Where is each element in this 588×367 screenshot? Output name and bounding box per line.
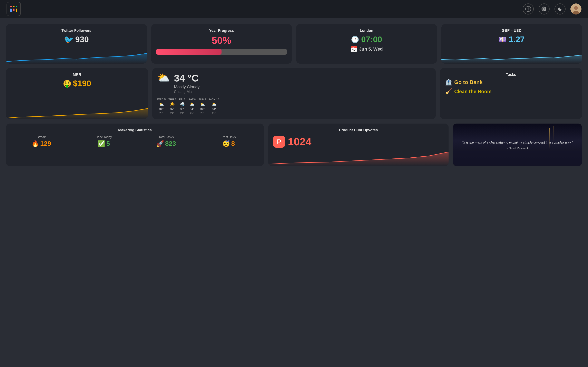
ph-icon: P xyxy=(273,136,285,148)
mrr-title: MRR xyxy=(11,73,143,77)
weather-city: Chiang Mai xyxy=(174,90,200,94)
forecast-day-item: SUN 9 ⛅ 34° 25° xyxy=(199,98,206,115)
stat-done-label: Done Today xyxy=(95,135,112,139)
dark-mode-button[interactable] xyxy=(554,3,566,15)
forecast-icon: ⛅ xyxy=(200,102,205,107)
forecast-icon: ⛅ xyxy=(190,102,195,107)
gbp-usd-title: GBP – USD xyxy=(446,29,577,33)
weather-temp-value: 34 °C xyxy=(174,73,199,84)
forecast-high: 34° xyxy=(200,108,205,111)
stat-rest-value: 😴 8 xyxy=(222,140,235,147)
stat-done: Done Today ✅ 5 xyxy=(73,135,134,147)
add-button[interactable] xyxy=(523,3,534,15)
year-percent: 50% xyxy=(156,35,287,46)
forecast-icon: ☀️ xyxy=(170,102,175,107)
forecast-low: 25° xyxy=(159,111,164,115)
stat-streak: Streak 🔥 129 xyxy=(11,135,71,147)
gbp-icon: 💷 xyxy=(499,36,507,43)
forecast-day-item: FRI 7 🌧️ 30° 21° xyxy=(179,98,186,115)
rocket-icon: 🚀 xyxy=(156,140,164,147)
year-progress-card: Year Progress 50% xyxy=(151,24,292,64)
broom-icon: 🧹 xyxy=(445,88,452,95)
main-content: Twitter Followers 🐦 930 xyxy=(0,18,588,176)
london-date-value: Jun 5, Wed xyxy=(359,47,383,52)
twitter-sparkline xyxy=(6,49,147,64)
row-3: Makerlog Statistics Streak 🔥 129 Done To… xyxy=(6,124,582,166)
forecast-label: FRI 7 xyxy=(179,98,186,101)
quote-text: "It is the mark of a charalatan to expla… xyxy=(458,140,577,145)
forecast-day-item: THU 6 ☀️ 37° 24° xyxy=(168,98,176,115)
makerlog-card: Makerlog Statistics Streak 🔥 129 Done To… xyxy=(6,124,264,166)
weather-temp: 34 °C xyxy=(174,73,200,84)
header-actions xyxy=(523,3,581,15)
logo[interactable] xyxy=(7,2,21,16)
row-1: Twitter Followers 🐦 930 xyxy=(6,24,582,64)
stat-streak-value: 🔥 129 xyxy=(31,140,51,147)
clock-icon: 🕐 xyxy=(351,36,359,43)
stat-streak-label: Streak xyxy=(37,135,45,139)
mrr-value: 🤑 $190 xyxy=(11,79,143,88)
forecast-high: 34° xyxy=(212,108,216,111)
svg-point-10 xyxy=(574,6,578,10)
svg-marker-14 xyxy=(6,108,148,119)
forecast-high: 30° xyxy=(180,108,184,111)
stat-total-value: 🚀 823 xyxy=(156,140,176,147)
forecast-low: 25° xyxy=(190,111,194,115)
weather-main-icon: ⛅ xyxy=(157,73,170,83)
mrr-card: MRR 🤑 $190 xyxy=(6,68,148,119)
forecast-label: WED 5 xyxy=(157,98,165,101)
weather-info: 34 °C Mostly Cloudy Chiang Mai xyxy=(174,73,200,94)
gbp-usd-card: GBP – USD 💷 1.27 xyxy=(441,24,582,64)
london-card: London 🕐 07:00 📅 Jun 5, Wed xyxy=(296,24,437,64)
svg-rect-1 xyxy=(13,6,15,7)
row-2: MRR 🤑 $190 xyxy=(6,68,582,119)
header xyxy=(0,0,588,18)
twitter-card: Twitter Followers 🐦 930 xyxy=(6,24,147,64)
settings-button[interactable] xyxy=(539,3,550,15)
forecast-high: 37° xyxy=(170,108,174,111)
stat-rest: Rest Days 😴 8 xyxy=(199,135,259,147)
stat-total-label: Total Tasks xyxy=(159,135,174,139)
progress-bar xyxy=(156,49,287,55)
svg-marker-12 xyxy=(6,53,147,64)
ph-value: P 1024 xyxy=(273,136,444,148)
mrr-amount: $190 xyxy=(73,79,91,88)
gbp-usd-sparkline xyxy=(441,49,582,64)
weather-card: ⛅ 34 °C Mostly Cloudy Chiang Mai WED 5 ⛅… xyxy=(152,68,436,119)
weather-forecast: WED 5 ⛅ 34° 25° THU 6 ☀️ 37° 24° FRI 7 🌧… xyxy=(157,96,431,115)
london-time: 🕐 07:00 xyxy=(301,35,432,44)
task-item-room[interactable]: 🧹 Clean the Room xyxy=(445,88,577,95)
forecast-high: 34° xyxy=(159,108,164,111)
tasks-list: 🏦 Go to Bank 🧹 Clean the Room xyxy=(445,79,577,95)
forecast-icon: 🌧️ xyxy=(180,102,185,107)
task-bank-text: Go to Bank xyxy=(454,79,483,85)
street-road xyxy=(453,151,582,166)
product-hunt-card: Product Hunt Upvotes P 1024 xyxy=(268,124,449,166)
makerlog-stats: Streak 🔥 129 Done Today ✅ 5 Total Tasks xyxy=(11,135,259,147)
twitter-title: Twitter Followers xyxy=(11,29,142,33)
forecast-low: 25° xyxy=(212,111,216,115)
progress-fill xyxy=(156,49,222,55)
task-item-bank[interactable]: 🏦 Go to Bank xyxy=(445,79,577,86)
forecast-day-item: SAT 8 ⛅ 34° 25° xyxy=(189,98,196,115)
done-number: 5 xyxy=(106,140,110,147)
bank-icon: 🏦 xyxy=(445,79,452,86)
avatar[interactable] xyxy=(571,3,581,15)
tasks-card: Tasks 🏦 Go to Bank 🧹 Clean the Room xyxy=(440,68,582,119)
forecast-high: 34° xyxy=(190,108,194,111)
quote-author: - Naval Ravikant xyxy=(458,147,577,150)
rest-number: 8 xyxy=(231,140,235,147)
stat-rest-label: Rest Days xyxy=(222,135,236,139)
forecast-label: THU 6 xyxy=(168,98,176,101)
tasks-title: Tasks xyxy=(445,73,577,77)
mrr-sparkline xyxy=(6,105,148,119)
forecast-label: MON 10 xyxy=(209,98,219,101)
svg-rect-3 xyxy=(10,8,12,12)
svg-rect-5 xyxy=(16,8,17,12)
svg-rect-2 xyxy=(16,6,17,7)
london-time-value: 07:00 xyxy=(361,35,382,44)
total-number: 823 xyxy=(165,140,176,147)
svg-rect-4 xyxy=(13,8,15,11)
money-icon: 🤑 xyxy=(63,80,71,88)
forecast-day-item: WED 5 ⛅ 34° 25° xyxy=(157,98,165,115)
